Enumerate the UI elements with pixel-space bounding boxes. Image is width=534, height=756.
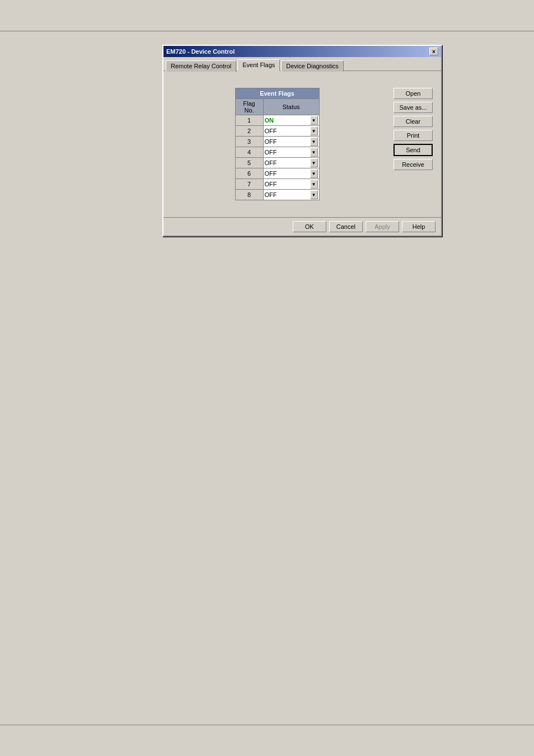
flag-no-cell: 6 xyxy=(235,168,263,179)
status-cell[interactable]: OFF▼ xyxy=(263,168,319,179)
tab-bar: Remote Relay Control Event Flags Device … xyxy=(163,57,441,71)
status-value: OFF xyxy=(265,138,277,145)
table-title: Event Flags xyxy=(235,88,319,99)
help-button[interactable]: Help xyxy=(402,221,435,232)
status-cell[interactable]: OFF▼ xyxy=(263,147,319,158)
flag-no-cell: 7 xyxy=(235,179,263,190)
main-area: Event Flags Flag No. Status 1ON▼2OFF▼3OF… xyxy=(169,77,385,212)
status-cell[interactable]: ON▼ xyxy=(263,115,319,126)
event-flags-table: Event Flags Flag No. Status 1ON▼2OFF▼3OF… xyxy=(235,88,320,200)
send-button[interactable]: Send xyxy=(394,144,433,156)
dialog-footer: OK Cancel Apply Help xyxy=(163,217,441,236)
cancel-button[interactable]: Cancel xyxy=(329,221,363,232)
print-button[interactable]: Print xyxy=(394,130,433,141)
status-value: OFF xyxy=(265,149,277,156)
status-cell[interactable]: OFF▼ xyxy=(263,126,319,137)
status-value: OFF xyxy=(265,159,277,166)
flag-no-cell: 2 xyxy=(235,126,263,137)
tab-remote-relay[interactable]: Remote Relay Control xyxy=(166,60,236,72)
flag-no-cell: 3 xyxy=(235,137,263,147)
table-row: 7OFF▼ xyxy=(235,179,319,190)
col-flag-no: Flag No. xyxy=(235,99,263,115)
status-value: OFF xyxy=(265,170,277,177)
tab-event-flags[interactable]: Event Flags xyxy=(237,59,280,71)
dropdown-arrow-icon[interactable]: ▼ xyxy=(310,148,318,157)
table-row: 3OFF▼ xyxy=(235,137,319,147)
tab-device-diagnostics[interactable]: Device Diagnostics xyxy=(281,60,344,72)
table-row: 5OFF▼ xyxy=(235,158,319,168)
table-row: 8OFF▼ xyxy=(235,190,319,200)
window-title: EM720 - Device Control xyxy=(166,48,235,55)
status-cell[interactable]: OFF▼ xyxy=(263,158,319,168)
flag-no-cell: 4 xyxy=(235,147,263,158)
dropdown-arrow-icon[interactable]: ▼ xyxy=(310,116,318,125)
status-value: ON xyxy=(265,117,274,124)
table-row: 2OFF▼ xyxy=(235,126,319,137)
save-as-button[interactable]: Save as... xyxy=(394,102,433,113)
status-cell[interactable]: OFF▼ xyxy=(263,137,319,147)
table-row: 6OFF▼ xyxy=(235,168,319,179)
dropdown-arrow-icon[interactable]: ▼ xyxy=(310,126,318,135)
status-value: OFF xyxy=(265,191,277,198)
apply-button[interactable]: Apply xyxy=(366,221,399,232)
flag-no-cell: 1 xyxy=(235,115,263,126)
side-buttons: Open Save as... Clear Print Send Receive xyxy=(391,77,435,212)
status-cell[interactable]: OFF▼ xyxy=(263,190,319,200)
status-value: OFF xyxy=(265,181,277,187)
table-row: 1ON▼ xyxy=(235,115,319,126)
status-value: OFF xyxy=(265,128,277,134)
table-row: 4OFF▼ xyxy=(235,147,319,158)
dialog-content: Event Flags Flag No. Status 1ON▼2OFF▼3OF… xyxy=(163,71,441,217)
dropdown-arrow-icon[interactable]: ▼ xyxy=(310,190,318,199)
dropdown-arrow-icon[interactable]: ▼ xyxy=(310,169,318,178)
receive-button[interactable]: Receive xyxy=(394,159,433,170)
open-button[interactable]: Open xyxy=(394,88,433,99)
title-bar: EM720 - Device Control × xyxy=(163,46,441,57)
close-button[interactable]: × xyxy=(429,48,438,55)
ok-button[interactable]: OK xyxy=(293,221,326,232)
flag-no-cell: 5 xyxy=(235,158,263,168)
dropdown-arrow-icon[interactable]: ▼ xyxy=(310,137,318,146)
dropdown-arrow-icon[interactable]: ▼ xyxy=(310,158,318,167)
status-cell[interactable]: OFF▼ xyxy=(263,179,319,190)
dropdown-arrow-icon[interactable]: ▼ xyxy=(310,180,318,189)
col-status: Status xyxy=(263,99,319,115)
flag-no-cell: 8 xyxy=(235,190,263,200)
clear-button[interactable]: Clear xyxy=(394,116,433,127)
device-control-dialog: EM720 - Device Control × Remote Relay Co… xyxy=(162,45,442,237)
